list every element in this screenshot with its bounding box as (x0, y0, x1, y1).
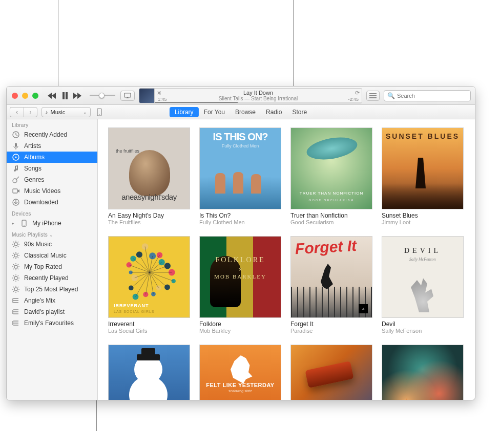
album-tile[interactable]: FELT LIKE YESTERDAYscalawag slate (199, 345, 281, 400)
next-track-button[interactable] (73, 93, 82, 99)
sidebar-playlist-recently-played[interactable]: Recently Played (7, 272, 97, 284)
sidebar-library-downloaded[interactable]: Downloaded (7, 197, 97, 208)
svg-line-13 (16, 177, 19, 180)
svg-point-18 (14, 243, 17, 246)
guitar-icon (12, 176, 20, 184)
note-icon (12, 164, 20, 173)
album-cover[interactable]: SUNSET BLUES (382, 127, 464, 209)
album-tile[interactable]: HOLIDAY STANDARDS (108, 345, 190, 400)
album-tile[interactable]: SUNSET BLUESSunset BluesJimmy Loot (382, 127, 464, 226)
minimize-button[interactable] (22, 93, 28, 99)
svg-point-17 (24, 225, 25, 226)
album-cover[interactable]: TRUER THAN NONFICTIONGOOD SECULARISM (290, 127, 372, 209)
video-icon (12, 187, 20, 195)
album-tile[interactable] (290, 345, 372, 400)
album-cover[interactable]: FOLKLORE×MOB BARKLEY (199, 236, 281, 318)
album-title: Devil (382, 321, 464, 328)
svg-rect-1 (66, 92, 68, 99)
sidebar-playlist-david-s-playlist[interactable]: David's playlist (7, 306, 97, 317)
tab-store[interactable]: Store (287, 107, 312, 117)
album-cover[interactable]: DEVILSally McFenson (382, 236, 464, 318)
repeat-icon[interactable]: ⟳ (355, 90, 360, 96)
tab-library[interactable]: Library (170, 107, 199, 117)
sidebar-playlist-angie-s-mix[interactable]: Angie's Mix (7, 295, 97, 306)
album-cover[interactable]: IRREVERANTLAS SOCIAL GIRLS (108, 236, 190, 318)
svg-line-43 (13, 269, 14, 270)
album-cover[interactable]: Forget It⚠ (290, 236, 372, 318)
search-field[interactable]: 🔍 (384, 90, 471, 101)
back-button[interactable]: ‹ (10, 107, 24, 117)
tab-radio[interactable]: Radio (261, 107, 287, 117)
sidebar-item-label: Classical Music (24, 252, 67, 259)
svg-line-50 (13, 275, 14, 276)
album-cover[interactable] (382, 345, 464, 400)
previous-track-button[interactable] (48, 93, 57, 99)
play-pause-button[interactable] (62, 92, 68, 99)
close-button[interactable] (12, 93, 18, 99)
sidebar-library-recently-added[interactable]: Recently Added (7, 129, 97, 140)
up-next-button[interactable] (366, 91, 380, 101)
svg-line-105 (150, 262, 162, 272)
svg-point-27 (14, 254, 17, 257)
svg-point-82 (143, 292, 148, 297)
album-tile[interactable]: IS THIS ON?Fully Clothed MenIs This On?F… (199, 127, 281, 226)
sidebar: Library Recently AddedArtistsAlbumsSongs… (7, 119, 98, 400)
sidebar-library-genres[interactable]: Genres (7, 174, 97, 185)
maximize-button[interactable] (32, 93, 38, 99)
album-title: Folklore (199, 321, 281, 328)
disclosure-triangle-icon[interactable]: ▸ (12, 221, 16, 226)
album-cover[interactable]: IS THIS ON?Fully Clothed Men (199, 127, 281, 209)
svg-line-59 (13, 287, 14, 288)
airplay-button[interactable] (120, 91, 135, 101)
sidebar-item-label: Albums (24, 154, 45, 161)
album-tile[interactable]: FOLKLORE×MOB BARKLEYFolkloreMob Barkley (199, 236, 281, 334)
svg-line-51 (18, 280, 19, 281)
album-tile[interactable]: DEVILSally McFensonDevilSally McFenson (382, 236, 464, 334)
sidebar-library-artists[interactable]: Artists (7, 140, 97, 152)
svg-rect-9 (15, 143, 17, 147)
clock-icon (12, 131, 20, 139)
now-playing-artist: Silent Tails — Start Being Irrational (219, 96, 298, 101)
sidebar-playlist-top-25-most-played[interactable]: Top 25 Most Played (7, 284, 97, 295)
volume-slider[interactable] (90, 95, 115, 96)
album-title: Is This On? (199, 212, 281, 219)
sidebar-playlist-emily-s-favourites[interactable]: Emily's Favourites (7, 317, 97, 329)
forward-button[interactable]: › (24, 107, 37, 117)
svg-line-44 (18, 264, 19, 265)
sidebar-devices-header: Devices (7, 208, 97, 218)
album-tile[interactable] (382, 345, 464, 400)
media-type-dropdown[interactable]: ♪ Music ⌄ (41, 107, 91, 117)
search-input[interactable] (397, 93, 468, 99)
sidebar-device-my-iphone[interactable]: ▸My iPhone (7, 218, 97, 229)
album-cover[interactable]: FELT LIKE YESTERDAYscalawag slate (199, 345, 281, 400)
svg-point-45 (14, 276, 17, 280)
album-cover[interactable]: aneasynight'sdaythe fruitflies (108, 127, 190, 209)
connected-device-icon[interactable] (95, 107, 104, 117)
album-tile[interactable]: TRUER THAN NONFICTIONGOOD SECULARISMTrue… (290, 127, 372, 226)
album-tile[interactable]: aneasynight'sdaythe fruitfliesAn Easy Ni… (108, 127, 190, 226)
sidebar-library-albums[interactable]: Albums (7, 152, 97, 163)
tab-browse[interactable]: Browse (230, 107, 261, 117)
album-cover[interactable] (290, 345, 372, 400)
sidebar-library-music-videos[interactable]: Music Videos (7, 185, 97, 197)
search-icon: 🔍 (387, 92, 395, 99)
sidebar-library-songs[interactable]: Songs (7, 163, 97, 174)
chevron-down-icon[interactable]: ⌄ (49, 232, 53, 238)
svg-rect-2 (124, 93, 131, 97)
list-icon (12, 296, 20, 305)
section-tabs: Library For You Browse Radio Store (170, 107, 312, 117)
album-tile[interactable]: Forget It⚠Forget ItParadise (290, 236, 372, 334)
album-tile[interactable]: IRREVERANTLAS SOCIAL GIRLSIrreverentLas … (108, 236, 190, 334)
mic-icon (12, 142, 20, 150)
list-icon (12, 308, 20, 316)
sidebar-playlist-my-top-rated[interactable]: My Top Rated (7, 261, 97, 272)
album-cover[interactable]: HOLIDAY STANDARDS (108, 345, 190, 400)
sidebar-playlists-header: Music Playlists ⌄ (7, 229, 97, 239)
media-type-label: Music (51, 109, 66, 115)
navigation-toolbar: ‹ › ♪ Music ⌄ Library For You Browse Rad… (7, 105, 475, 119)
tab-for-you[interactable]: For You (199, 107, 230, 117)
shuffle-icon[interactable]: ⤨ (157, 90, 161, 96)
sidebar-playlist-90s-music[interactable]: 90s Music (7, 239, 97, 250)
svg-line-107 (150, 266, 168, 272)
sidebar-playlist-classical-music[interactable]: Classical Music (7, 250, 97, 261)
